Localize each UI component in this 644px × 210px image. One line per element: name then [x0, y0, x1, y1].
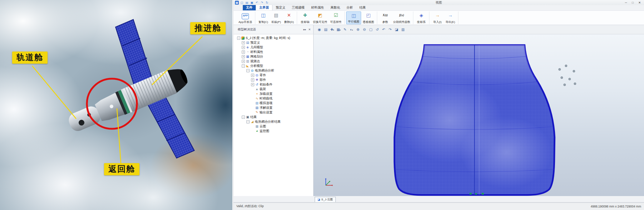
- tree-item-material-properties[interactable]: +◔材料属性: [233, 50, 313, 54]
- tree-expander-thermal-analysis-results[interactable]: −: [246, 120, 250, 123]
- undo-view-icon[interactable]: ↶: [381, 27, 387, 33]
- tree-label-solver-settings: 求解设置: [260, 106, 272, 110]
- zoom-in-icon[interactable]: ⊕: [355, 27, 361, 33]
- tab-material-properties[interactable]: 材料属性: [308, 5, 327, 10]
- tree-item-analysis-model[interactable]: −◣分析模型: [233, 64, 313, 68]
- perspective-view-icon: ◰: [366, 12, 370, 18]
- tree-item-meshing[interactable]: +▦网格划分: [233, 54, 313, 59]
- tree-item-parts[interactable]: +◎零件: [233, 73, 313, 78]
- tree-expander-parts[interactable]: +: [251, 74, 254, 77]
- tree-expander-analysis-model[interactable]: −: [242, 64, 245, 68]
- render-mode-icon[interactable]: ▦▾: [336, 27, 341, 33]
- appearance-icon[interactable]: ✎: [342, 27, 348, 33]
- predefine-icon: ▤: [246, 41, 249, 44]
- tree-expander-geometry-model[interactable]: +: [242, 46, 245, 49]
- tree-expander-meshing[interactable]: +: [242, 55, 245, 58]
- redo-view-icon[interactable]: ↷: [387, 27, 393, 33]
- tree-item-contour-plot[interactable]: ▦云图: [233, 124, 313, 129]
- tab-file[interactable]: 文件: [243, 5, 256, 10]
- rotate-icon[interactable]: ↺: [374, 27, 380, 33]
- axes-icon: ✚: [303, 12, 307, 18]
- coordinate-system-button[interactable]: ◈坐标系: [415, 11, 428, 24]
- export-button[interactable]: →导出(E): [444, 11, 457, 24]
- quick-access-toolbar: ▦▢▤▣↶↷↻: [235, 1, 269, 5]
- clip-plane-icon[interactable]: ◪: [394, 27, 399, 33]
- tab-modeling-3d[interactable]: 三维建模: [289, 5, 308, 10]
- load-settings-icon: ◖: [255, 92, 259, 96]
- copy-button[interactable]: ◫复制(C): [257, 11, 270, 24]
- tree-item-loads[interactable]: ▲载荷: [233, 87, 313, 92]
- tree-item-results[interactable]: −▣结果: [233, 115, 313, 119]
- tree-item-simulation-options[interactable]: ▧模拟选项: [233, 101, 313, 106]
- viewport-3d[interactable]: [314, 34, 644, 196]
- view-orientation-icon[interactable]: ✚▾: [329, 27, 335, 33]
- tree-item-time-history-curve[interactable]: ∿时程曲线: [233, 96, 313, 101]
- tab-results[interactable]: 结果: [356, 5, 369, 10]
- shading-dropdown-icon[interactable]: ▾: [352, 29, 353, 31]
- tree-expander-results[interactable]: −: [242, 116, 245, 119]
- print-icon[interactable]: ▤: [323, 27, 329, 33]
- axes-button[interactable]: ✚坐标轴: [299, 11, 311, 24]
- parameters-button[interactable]: X(t)参数: [379, 11, 392, 24]
- tree-expander-initial-conditions[interactable]: +: [251, 83, 254, 86]
- tab-predefine[interactable]: 预定义: [272, 5, 289, 10]
- tree-label-components: 部件: [260, 78, 266, 82]
- tree-item-monitor-plot[interactable]: ◕监控图: [233, 129, 313, 133]
- app-icon[interactable]: ▦: [235, 1, 239, 5]
- tree-item-load-settings[interactable]: ◖加载设置: [233, 92, 313, 96]
- close-button[interactable]: ✕: [636, 1, 643, 5]
- undo-icon[interactable]: ↶: [255, 1, 259, 5]
- tree-item-model-root[interactable]: −S_J (长度: m; 质量: kg; 时间: s): [233, 36, 313, 40]
- view-orientation-dropdown-icon[interactable]: ▾: [333, 29, 334, 31]
- tab-home[interactable]: 主界面: [256, 4, 272, 10]
- panel-collapse-icon[interactable]: ▸▸: [302, 28, 307, 31]
- tree-expander-components[interactable]: +: [251, 78, 254, 82]
- shading-icon[interactable]: ◐▾: [349, 27, 354, 33]
- tree-item-output-settings[interactable]: ✎输出设置: [233, 110, 313, 115]
- tab-analysis[interactable]: 分析: [343, 5, 356, 10]
- import-icon: →: [435, 12, 440, 18]
- toggle-visibility-button[interactable]: ◩切换可见性: [311, 11, 329, 24]
- open-file-icon[interactable]: ▤: [245, 1, 249, 5]
- new-file-icon[interactable]: ▢: [240, 1, 244, 5]
- panel-close-icon[interactable]: ✕: [307, 28, 312, 31]
- main-area: −S_J (长度: m; 质量: kg; 时间: s)+▤预定义+◈几何模型+◔…: [233, 34, 644, 196]
- layers-icon[interactable]: ▥: [400, 27, 406, 33]
- tree-item-thermal-analysis[interactable]: −◍电热耦合分析: [233, 68, 313, 73]
- tab-discretization[interactable]: 离散化: [327, 5, 343, 10]
- snapshot-icon[interactable]: ◉: [316, 27, 322, 33]
- tree-item-components[interactable]: +❖部件: [233, 78, 313, 82]
- paste-button[interactable]: ▤粘贴(P): [270, 11, 282, 24]
- minimize-button[interactable]: ─: [623, 1, 629, 5]
- tree-item-initial-conditions[interactable]: +↺初始条件: [233, 82, 313, 87]
- render-mode-dropdown-icon[interactable]: ▾: [340, 29, 341, 31]
- tree-item-thermal-analysis-results[interactable]: −◢电热耦合分析结果: [233, 119, 313, 124]
- tree-expander-material-properties[interactable]: +: [242, 50, 245, 54]
- selectability-button[interactable]: ☑可选择性: [329, 11, 343, 24]
- delete-button[interactable]: ✕删除(D): [282, 11, 295, 24]
- maximize-button[interactable]: □: [630, 1, 636, 5]
- window-title: 视图: [233, 0, 644, 5]
- tree-expander-predefine[interactable]: +: [242, 41, 245, 44]
- ribbon-group-3: ◫平行视图◰透视视图: [345, 11, 377, 24]
- tree-item-predefine[interactable]: +▤预定义: [233, 40, 313, 45]
- label-orbital-module: 轨道舱: [12, 52, 48, 64]
- tree-expander-model-root[interactable]: −: [237, 36, 240, 40]
- zoom-out-icon[interactable]: ⊖: [362, 27, 367, 33]
- parallel-view-button[interactable]: ◫平行视图: [346, 11, 361, 24]
- tree-item-probe-points[interactable]: +▥观测点: [233, 59, 313, 64]
- tree-expander-thermal-analysis[interactable]: −: [246, 69, 250, 72]
- zoom-fit-icon[interactable]: ▢: [368, 27, 374, 33]
- refresh-icon[interactable]: ↻: [265, 1, 269, 5]
- view-tab[interactable]: ◪ S_J-云图: [315, 197, 336, 202]
- toggle-visibility-icon: ◩: [318, 12, 322, 18]
- save-icon[interactable]: ▣: [250, 1, 254, 5]
- import-button[interactable]: →导入(I): [431, 11, 444, 24]
- tree-expander-probe-points[interactable]: +: [242, 60, 245, 63]
- tree-item-geometry-model[interactable]: +◈几何模型: [233, 45, 313, 50]
- app-developer-button[interactable]: APPApp开发器: [237, 11, 254, 24]
- piecewise-linear-function-button[interactable]: f(x)分段线性函数: [392, 11, 412, 24]
- redo-icon[interactable]: ↷: [260, 1, 264, 5]
- perspective-view-button[interactable]: ◰透视视图: [361, 11, 375, 24]
- tree-item-solver-settings[interactable]: ▨求解设置: [233, 106, 313, 110]
